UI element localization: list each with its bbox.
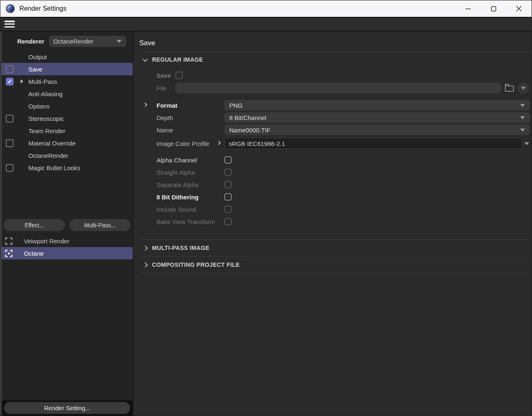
sidebar-item-team-render[interactable]: Team Render [2, 125, 133, 137]
multi-pass-image-section-header[interactable]: MULTI-PASS IMAGE [134, 240, 532, 256]
sidebar-item-save[interactable]: Save [2, 63, 133, 75]
format-field-label: Format [134, 102, 224, 109]
alpha-channel-checkbox[interactable] [224, 156, 232, 164]
sidebar-item-material-override[interactable]: Material Override [2, 137, 133, 149]
close-button[interactable] [506, 0, 532, 17]
depth-dropdown-value: 8 Bit/Channel [229, 114, 266, 121]
chevron-down-icon [520, 116, 525, 119]
collapsed-sections: MULTI-PASS IMAGE COMPOSITING PROJECT FIL… [134, 239, 532, 273]
image-color-profile-row: Image Color Profile sRGB IEC61966-2.1 [134, 136, 532, 150]
viewport-frame-icon [5, 237, 13, 245]
format-dropdown-value: PNG [229, 102, 243, 109]
save-checkbox[interactable] [6, 65, 14, 73]
titlebar: Render Settings [0, 0, 532, 17]
window-title: Render Settings [19, 5, 67, 12]
checkbox-rows: Alpha Channel Straight Alpha Separate Al… [134, 154, 532, 228]
alpha-channel-row: Alpha Channel [134, 154, 532, 166]
include-sound-checkbox [224, 206, 232, 213]
depth-dropdown[interactable]: 8 Bit/Channel [224, 112, 530, 123]
renderer-label: Renderer [17, 38, 44, 45]
name-row: Name Name0000.TIF [134, 124, 532, 136]
minimize-button[interactable] [455, 0, 481, 17]
sidebar-item-stereoscopic[interactable]: Stereoscopic [2, 112, 133, 125]
save-row: Save [134, 69, 532, 81]
viewport-frame-dot-icon [5, 250, 13, 257]
sidebar-buttons: Effect... Multi-Pass... [2, 219, 133, 234]
include-sound-label: Include Sound [134, 206, 224, 213]
sidebar-item-multi-pass[interactable]: Multi-Pass [2, 75, 133, 88]
maximize-button[interactable] [481, 0, 506, 17]
menubar [0, 17, 532, 32]
viewport-render-item[interactable]: Veiwport Render [2, 235, 133, 247]
sidebar-item-magic-bullet-looks[interactable]: Magic Bullet Looks [2, 162, 133, 174]
expand-arrow-icon[interactable] [21, 79, 23, 83]
straight-alpha-label: Straight Alpha [134, 169, 224, 176]
page-title: Save [134, 32, 532, 52]
image-color-profile-value: sRGB IEC61966-2.1 [229, 140, 285, 147]
chevron-right-icon [143, 245, 148, 251]
divider [139, 273, 532, 273]
render-setting-button[interactable]: Render Setting... [4, 402, 130, 414]
alpha-channel-label: Alpha Channel [134, 157, 224, 164]
chevron-down-icon [520, 104, 525, 107]
sidebar-item-options[interactable]: Options [2, 100, 133, 112]
bake-view-transform-row: Bake View Transform [134, 215, 532, 228]
bit-dithering-label: 8 Bit Dithering [134, 194, 224, 201]
file-options-button[interactable] [518, 83, 529, 94]
file-path-input[interactable] [175, 83, 502, 93]
octane-render-item[interactable]: Octane [2, 247, 133, 259]
name-format-dropdown-value: Name0000.TIF [229, 127, 270, 134]
straight-alpha-row: Straight Alpha [134, 166, 532, 178]
image-color-profile-label: Image Color Profile [134, 140, 224, 147]
browse-folder-button[interactable] [505, 84, 514, 92]
multi-pass-checkbox[interactable] [6, 78, 14, 86]
chevron-down-icon[interactable] [524, 142, 529, 145]
close-icon [516, 6, 522, 12]
minimize-icon [465, 6, 471, 12]
renderer-row: Renderer OctaneRender [2, 32, 133, 51]
chevron-down-icon [520, 129, 525, 132]
magic-bullet-looks-checkbox[interactable] [6, 164, 14, 172]
bit-dithering-checkbox[interactable] [224, 193, 232, 201]
chevron-down-icon [143, 56, 148, 62]
multi-pass-button[interactable]: Multi-Pass... [69, 219, 131, 231]
image-color-profile-input[interactable]: sRGB IEC61966-2.1 [224, 138, 522, 149]
window-controls [455, 0, 532, 17]
chevron-right-icon [143, 262, 148, 268]
renderer-dropdown-value: OctaneRender [53, 38, 94, 45]
maximize-icon [491, 6, 496, 12]
save-image-checkbox[interactable] [175, 72, 183, 79]
depth-row: Depth 8 Bit/Channel [134, 111, 532, 124]
bit-dithering-row: 8 Bit Dithering [134, 191, 532, 203]
content-panel: Save REGULAR IMAGE Save File [134, 32, 532, 416]
material-override-checkbox[interactable] [6, 139, 14, 147]
save-field-label: Save [134, 72, 171, 79]
sidebar-item-output[interactable]: Output [2, 51, 133, 63]
chevron-down-icon [117, 40, 122, 43]
bake-view-transform-label: Bake View Transform [134, 218, 224, 225]
render-settings-window: Render Settings Renderer OctaneRender [0, 0, 532, 416]
sidebar-bottom-bar: Render Setting... [2, 400, 133, 416]
straight-alpha-checkbox [224, 169, 232, 176]
chevron-down-icon [521, 87, 526, 90]
cinema4d-logo-icon [6, 4, 15, 13]
regular-image-section-header[interactable]: REGULAR IMAGE [134, 52, 532, 67]
format-dropdown[interactable]: PNG [224, 100, 530, 111]
depth-field-label: Depth [134, 114, 224, 121]
stereoscopic-checkbox[interactable] [6, 115, 14, 122]
include-sound-row: Include Sound [134, 203, 532, 215]
hamburger-menu-icon[interactable] [5, 21, 15, 28]
file-row: File [134, 81, 532, 95]
format-row: Format PNG [134, 99, 532, 111]
main-area: Renderer OctaneRender Output Save [0, 32, 532, 416]
renderer-dropdown[interactable]: OctaneRender [49, 36, 126, 47]
sidebar: Renderer OctaneRender Output Save [0, 32, 134, 416]
effect-button[interactable]: Effect... [4, 219, 65, 231]
file-field-label: File [134, 85, 175, 92]
settings-nav-list: Output Save Multi-Pass Anti-Aliasing [2, 51, 133, 174]
sidebar-item-anti-aliasing[interactable]: Anti-Aliasing [2, 88, 133, 100]
sidebar-item-octanerender[interactable]: OctaneRender [2, 149, 133, 162]
compositing-project-file-section-header[interactable]: COMPOSITING PROJECT FILE [134, 257, 532, 273]
sidebar-filler [2, 259, 133, 400]
name-format-dropdown[interactable]: Name0000.TIF [224, 125, 530, 135]
